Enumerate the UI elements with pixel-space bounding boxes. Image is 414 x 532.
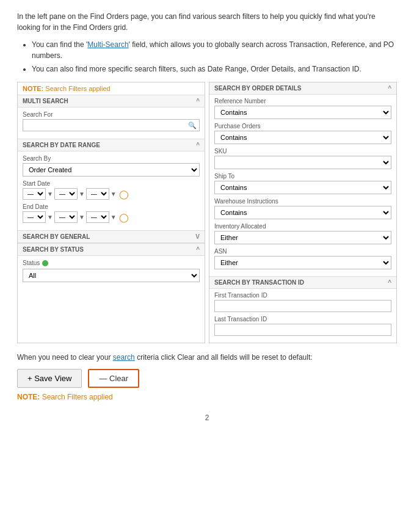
status-dot: [42, 260, 48, 266]
order-details-toggle[interactable]: ^: [388, 85, 391, 92]
ref-num-select[interactable]: Contains: [214, 106, 391, 119]
ship-to-select[interactable]: Contains: [214, 181, 391, 194]
end-year-select[interactable]: —: [86, 211, 109, 223]
multi-search-toggle[interactable]: ^: [196, 98, 200, 104]
wh-instr-label: Warehouse Instructions: [214, 198, 391, 205]
po-select[interactable]: Contains: [214, 131, 391, 144]
status-header[interactable]: SEARCH BY STATUS ^: [18, 244, 205, 256]
date-range-body: Search By Order Created Start Date — ▼ —…: [18, 151, 205, 230]
general-header[interactable]: SEARCH BY GENERAL v: [18, 231, 205, 243]
general-section: SEARCH BY GENERAL v: [18, 231, 205, 244]
transaction-id-title: SEARCH BY TRANSACTION ID: [214, 279, 304, 286]
last-txn-label: Last Transaction ID: [214, 316, 391, 322]
left-panel-note: NOTE: Search Filters applied: [18, 82, 205, 95]
po-label: Purchase Orders: [214, 123, 391, 129]
status-label: Status: [23, 260, 40, 266]
general-title: SEARCH BY GENERAL: [23, 233, 90, 240]
search-by-select[interactable]: Order Created: [23, 163, 200, 177]
sku-label: SKU: [214, 148, 391, 155]
search-for-field-wrapper: 🔍: [23, 119, 200, 131]
search-link[interactable]: search: [113, 353, 135, 362]
order-details-body: Reference Number Contains Purchase Order…: [209, 95, 396, 276]
start-month-select[interactable]: —: [23, 188, 46, 200]
bottom-note-text: Search Filters applied: [42, 393, 113, 401]
sku-select[interactable]: [214, 156, 391, 169]
intro-paragraph: In the left pane on the Find Orders page…: [17, 11, 397, 33]
start-date-row: — ▼ — ▼ — ▼ ◯: [23, 188, 200, 200]
inv-alloc-select[interactable]: Either: [214, 231, 391, 244]
search-for-input[interactable]: [23, 119, 200, 131]
transaction-id-header[interactable]: SEARCH BY TRANSACTION ID ^: [209, 277, 396, 289]
action-buttons-row: + Save View — Clear: [17, 369, 397, 388]
asn-label: ASN: [214, 248, 391, 255]
search-for-label: Search For: [23, 111, 200, 118]
multi-search-link[interactable]: Multi-Search: [87, 40, 128, 49]
clear-section: When you need to clear your search crite…: [17, 352, 397, 401]
multi-search-section: MULTI SEARCH ^ Search For 🔍: [18, 95, 205, 139]
status-body: Status All: [18, 256, 205, 290]
right-panel: SEARCH BY ORDER DETAILS ^ Reference Numb…: [209, 82, 397, 343]
end-date-clear-btn[interactable]: ◯: [118, 213, 130, 222]
status-select[interactable]: All: [23, 269, 200, 282]
note-label: NOTE:: [23, 85, 43, 92]
bullet-1: You can find the 'Multi-Search' field, w…: [32, 39, 397, 61]
last-txn-input[interactable]: [214, 324, 391, 336]
multi-search-header[interactable]: MULTI SEARCH ^: [18, 95, 205, 107]
inv-alloc-label: Inventory Allocated: [214, 223, 391, 230]
date-range-header[interactable]: SEARCH BY DATE RANGE ^: [18, 139, 205, 151]
ref-num-label: Reference Number: [214, 98, 391, 104]
end-date-label: End Date: [23, 203, 200, 210]
multi-search-title: MULTI SEARCH: [23, 98, 68, 104]
date-range-title: SEARCH BY DATE RANGE: [23, 142, 100, 148]
first-txn-input[interactable]: [214, 300, 391, 312]
order-details-header[interactable]: SEARCH BY ORDER DETAILS ^: [209, 82, 396, 95]
panels-row: NOTE: Search Filters applied MULTI SEARC…: [17, 82, 397, 343]
general-toggle[interactable]: v: [195, 233, 200, 240]
transaction-id-body: First Transaction ID Last Transaction ID: [209, 289, 396, 343]
bullet-2: You can also find more specific search f…: [32, 64, 397, 75]
end-day-select[interactable]: —: [54, 211, 78, 223]
clear-button[interactable]: — Clear: [88, 369, 139, 388]
date-range-section: SEARCH BY DATE RANGE ^ Search By Order C…: [18, 139, 205, 231]
end-date-row: — ▼ — ▼ — ▼ ◯: [23, 211, 200, 223]
start-year-select[interactable]: —: [86, 188, 109, 200]
status-label-row: Status: [23, 260, 200, 266]
transaction-id-section: SEARCH BY TRANSACTION ID ^ First Transac…: [209, 277, 396, 343]
order-details-title: SEARCH BY ORDER DETAILS: [214, 85, 301, 92]
save-view-button[interactable]: + Save View: [17, 369, 82, 388]
ship-to-label: Ship To: [214, 173, 391, 180]
wh-instr-select[interactable]: Contains: [214, 206, 391, 219]
first-txn-label: First Transaction ID: [214, 292, 391, 299]
page-number: 2: [17, 414, 397, 422]
asn-select[interactable]: Either: [214, 256, 391, 269]
left-panel: NOTE: Search Filters applied MULTI SEARC…: [17, 82, 205, 343]
intro-bullets: You can find the 'Multi-Search' field, w…: [32, 39, 397, 75]
start-date-label: Start Date: [23, 180, 200, 187]
note-text: Search Filters applied: [45, 85, 110, 92]
start-day-select[interactable]: —: [54, 188, 78, 200]
search-icon: 🔍: [188, 122, 197, 129]
transaction-id-toggle[interactable]: ^: [388, 279, 391, 286]
end-month-select[interactable]: —: [23, 211, 46, 223]
multi-search-body: Search For 🔍: [18, 107, 205, 139]
bottom-note: NOTE: Search Filters applied: [17, 393, 397, 401]
bottom-note-label: NOTE:: [17, 393, 40, 401]
search-by-label: Search By: [23, 155, 200, 162]
status-section: SEARCH BY STATUS ^ Status All: [18, 244, 205, 290]
start-date-clear-btn[interactable]: ◯: [118, 189, 130, 199]
date-range-toggle[interactable]: ^: [196, 142, 200, 148]
clear-instruction: When you need to clear your search crite…: [17, 352, 397, 363]
status-toggle[interactable]: ^: [196, 246, 200, 253]
status-title: SEARCH BY STATUS: [23, 246, 84, 253]
order-details-section: SEARCH BY ORDER DETAILS ^ Reference Numb…: [209, 82, 396, 277]
